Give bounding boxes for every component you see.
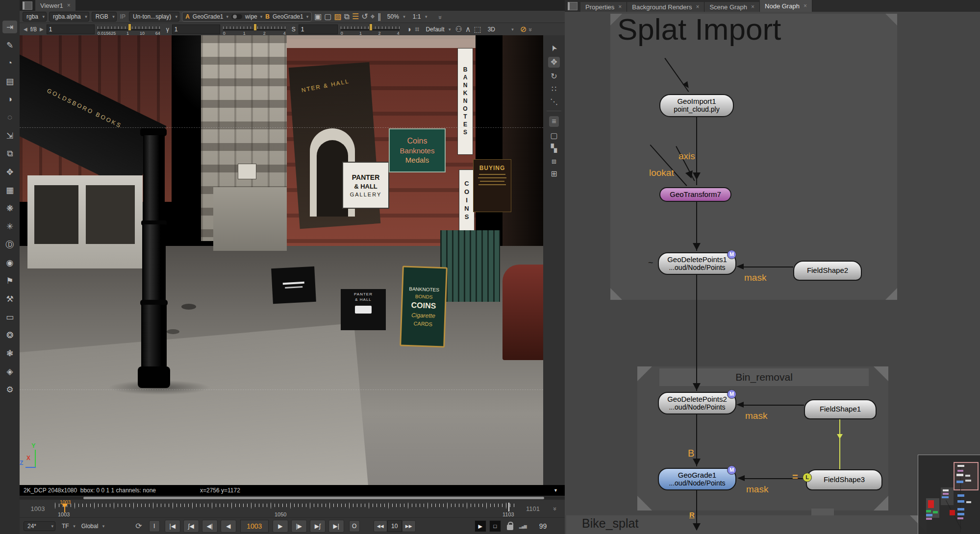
close-icon[interactable]: × [67, 2, 71, 9]
image-menu-icon[interactable]: ⇥ [2, 21, 17, 33]
transform-menu-icon[interactable]: ✥ [2, 166, 17, 178]
lut-curve-icon[interactable]: ∧ [465, 25, 471, 33]
marquee-icon[interactable]: ⬚ [474, 25, 481, 33]
backdrop-corner[interactable] [885, 288, 897, 300]
grid-icon[interactable]: ⌗ [415, 25, 419, 33]
display-transform-select[interactable]: Un-ton...splay) [129, 12, 179, 22]
view-mode-select[interactable]: 3D [484, 25, 515, 34]
increment-button[interactable]: ▶▶ [402, 520, 416, 532]
viewer-hscrollbar[interactable] [20, 496, 565, 500]
node-geodeletepoints1[interactable]: GeoDeletePoints1 ...oud/Node/Points M [658, 252, 736, 275]
gamma-input[interactable]: 1 [172, 24, 220, 34]
wipe-toggle[interactable] [231, 14, 242, 19]
translate-tool-icon[interactable]: ✥ [548, 57, 559, 68]
filter-menu-icon[interactable]: ◌ [2, 111, 17, 124]
particles-menu-icon[interactable]: ❋ [2, 202, 17, 215]
fstop-next-icon[interactable]: ▶ [40, 26, 44, 32]
backdrop-bike-splat[interactable]: Bike_splat [566, 515, 927, 534]
zoom-select[interactable]: 50% [384, 12, 407, 21]
node-geoimport1[interactable]: GeoImport1 point_cloud.ply [659, 94, 734, 117]
deep-menu-icon[interactable]: ✳ [2, 220, 17, 233]
node-graph-canvas[interactable]: Splat Import Bin_removal Bike_splat [565, 0, 980, 534]
goto-end-button[interactable]: ▶| [328, 520, 344, 533]
gamma-slider[interactable]: 0 1 2 4 [223, 23, 286, 36]
stop-button[interactable]: □ [489, 520, 501, 532]
hscrollbar-thumb[interactable] [83, 497, 544, 499]
frame-layout-icon[interactable]: ⧈ [552, 157, 556, 165]
viewer-canvas[interactable]: GOLDSBORO BOOKS NTER & HALL PANTER & HAL… [20, 35, 543, 485]
timeline-collapse-icon[interactable]: » [552, 507, 559, 510]
gain-slider[interactable]: 0.015625 1 10 64 [98, 23, 160, 36]
decrement-button[interactable]: ◀◀ [374, 520, 387, 532]
sample-icon[interactable]: ⊘ [520, 25, 527, 33]
other-menu-icon[interactable]: ⚒ [2, 292, 17, 305]
crop-tool-icon[interactable]: ▢ [550, 132, 557, 140]
node-geograde1[interactable]: GeoGrade1 ...oud/Node/Points M [658, 468, 736, 490]
next-keyframe-button[interactable]: ▶ʃ [310, 520, 326, 533]
mark-out-button[interactable]: O [349, 520, 360, 532]
collapse-toolbar-icon[interactable]: » [437, 15, 444, 18]
backdrop-corner[interactable] [874, 496, 888, 510]
fstop-prev-icon[interactable]: ◀ [24, 26, 27, 32]
sliders-tool-icon[interactable]: ≡ [549, 116, 558, 127]
skew-tool-icon[interactable]: ⋱ [550, 98, 558, 106]
settings-menu-icon[interactable]: ⚙ [2, 383, 17, 396]
keyer-menu-icon[interactable]: ⇲ [2, 129, 17, 142]
timeline-mode-select[interactable]: TF [58, 522, 77, 531]
node-fieldshape2[interactable]: FieldShape2 [793, 261, 862, 281]
step-back-button[interactable]: ◀| [202, 520, 218, 533]
alpha-select[interactable]: rgba.alpha [49, 12, 89, 22]
step-forward-button[interactable]: |▶ [291, 520, 307, 533]
edge-mask1[interactable] [741, 267, 793, 267]
overlay-icon[interactable]: ☰ [352, 13, 359, 21]
tab-viewer1[interactable]: Viewer1 × [35, 0, 76, 11]
timeline-out-field[interactable]: 1101 [520, 504, 546, 513]
timeline-in-field[interactable]: 1003 [24, 504, 52, 513]
flipbook-button[interactable]: ▶ [475, 520, 486, 532]
node-fieldshape3[interactable]: FieldShape3 L [806, 469, 882, 490]
views-menu-icon[interactable]: Ⓓ [2, 238, 17, 251]
metadata-menu-icon[interactable]: ◉ [2, 256, 17, 269]
scale-tool-icon[interactable]: ∷ [552, 85, 556, 93]
merge-menu-icon[interactable]: ⧉ [2, 147, 17, 160]
prev-keyframe-button[interactable]: ʃ◀ [183, 520, 199, 533]
play-backward-button[interactable]: ◀ [221, 520, 236, 533]
channel-menu-icon[interactable]: ▤ [2, 75, 17, 88]
frame-range-select[interactable]: Global [78, 522, 106, 531]
edge-main[interactable] [696, 274, 697, 391]
node-graph-minimap[interactable] [918, 455, 980, 534]
backdrop-corner[interactable] [637, 366, 652, 381]
input-a-select[interactable]: GeoGrade1 [193, 13, 224, 20]
backdrop-corner[interactable] [885, 14, 897, 25]
mark-in-button[interactable]: I [149, 520, 160, 532]
status-caret-icon[interactable]: ▼ [553, 488, 558, 493]
timeline-ruler[interactable] [55, 502, 515, 512]
fps-select[interactable]: 24* [24, 521, 55, 531]
rotate-tool-icon[interactable]: ↻ [551, 73, 557, 80]
time-menu-icon[interactable]: ◔ [2, 57, 17, 70]
viewer-process-select[interactable]: Default [422, 25, 452, 34]
archive-menu-icon[interactable]: ▭ [2, 311, 17, 323]
copycat-menu-icon[interactable]: ◈ [2, 365, 17, 378]
backdrop-corner[interactable] [610, 288, 622, 300]
draw-menu-icon[interactable]: ✎ [2, 39, 17, 51]
collapse-toolbar2-icon[interactable]: » [527, 28, 534, 30]
backdrop-splat-import[interactable]: Splat Import [610, 14, 897, 300]
color-menu-icon[interactable]: ◑ [2, 93, 17, 106]
display-channel-select[interactable]: RGB [92, 12, 117, 22]
goto-start-button[interactable]: |◀ [165, 520, 180, 533]
edge-mask2[interactable] [741, 405, 804, 406]
toolsets-menu-icon[interactable]: ⚑ [2, 274, 17, 287]
3d-menu-icon[interactable]: ▦ [2, 184, 17, 196]
pane-menu-button[interactable] [23, 1, 32, 10]
layer-select[interactable]: rgba [23, 12, 47, 22]
gain-input[interactable]: 1 [47, 24, 95, 34]
edge-expression-link[interactable] [839, 419, 840, 469]
frame-increment-field[interactable]: 10 [387, 520, 402, 532]
sparkles-menu-icon[interactable]: ❃ [2, 347, 17, 360]
backdrop-bin-titlebar[interactable]: Bin_removal [659, 368, 869, 386]
loop-mode-icon[interactable]: ⟳ [135, 522, 142, 530]
pause-icon[interactable]: ∥ [377, 13, 381, 21]
saturation-input[interactable]: 1 [299, 24, 338, 34]
checker-icon[interactable]: ▨ [334, 13, 341, 21]
